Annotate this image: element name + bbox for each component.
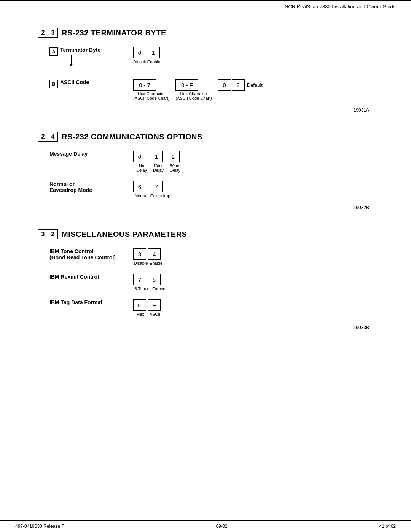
delay-boxes: 0 1 2 (133, 151, 183, 162)
tag-sub-labels: Hex ASCII (133, 312, 162, 316)
page-footer: 497-0419630 Release F 09/02 41 of 62 (0, 520, 411, 532)
sub-disable: Disable (133, 59, 147, 64)
section3-num1: 3 (38, 229, 48, 239)
sub-hex2a: Hex Character (175, 91, 212, 96)
page-header: NCR RealScan 7882 Installation and Owner… (0, 0, 411, 13)
param-label-tag: IBM Tag Data Format (49, 299, 133, 305)
arrow-line (71, 55, 72, 64)
section-terminator-byte: 2 3 RS-232 Terminator Byte A Terminator … (38, 28, 373, 113)
boxes-a: 0 1 (133, 47, 161, 58)
row-ascii-code: B ASCII Code 0 - 7 Hex Character (ASCII … (49, 79, 373, 101)
sub-labels-a: Disable Enable (133, 59, 161, 64)
sub-ascii: ASCII (148, 312, 162, 316)
tone-box-3: 3 (133, 248, 146, 260)
tone-sub-labels: Disable Enable (133, 261, 164, 265)
sub-hex: Hex (133, 312, 148, 316)
sub-enable: Enable (147, 59, 161, 64)
footer-left: 497-0419630 Release F (15, 524, 64, 529)
arrow-down-a (69, 55, 73, 66)
sub-no-delay: No Delay (133, 163, 150, 173)
section2-title-row: 2 4 RS-232 Communications Options (38, 132, 373, 142)
eavesdrop-box-6: 6 (133, 181, 146, 192)
delay-sub-labels: No Delay 10ms Delay 50ms Delay (133, 163, 183, 173)
box-b-default1: 0 (218, 79, 231, 91)
row-message-delay: Message Delay 0 1 2 No Delay 10ms Delay … (49, 151, 373, 173)
row-tag-format: IBM Tag Data Format E F Hex ASCII (49, 299, 373, 316)
eavesdrop-sub-labels: Normal Eavesdrop (133, 193, 170, 198)
section2-heading: RS-232 Communications Options (62, 133, 202, 141)
section2-num1: 2 (38, 132, 48, 142)
section1-num2: 3 (48, 28, 58, 38)
section2-figure: 19032B (38, 205, 373, 210)
eavesdrop-boxes: 6 7 (133, 181, 170, 192)
sub-enable-tone: Enable (148, 261, 164, 265)
section1-heading: RS-232 Terminator Byte (62, 29, 166, 37)
box-a-0: 0 (133, 47, 146, 58)
terminator-byte-label: Terminator Byte (60, 47, 100, 53)
box-b-wide2: 0 - F (175, 79, 198, 91)
box-a-1: 1 (147, 47, 160, 58)
tone-box-4: 4 (148, 248, 161, 260)
sub-hex1a: Hex Character (133, 91, 169, 96)
default-label: Default (247, 82, 263, 88)
sub-forever: Forever (151, 286, 168, 291)
param-label-eavesdrop: Normal or Eavesdrop Mode (49, 181, 133, 193)
label-box-b: B (49, 80, 58, 88)
good-read-label: (Good Read Tone Control) (49, 254, 116, 260)
row-eavesdrop: Normal or Eavesdrop Mode 6 7 Normal Eave… (49, 181, 373, 198)
footer-right: 41 of 62 (379, 524, 396, 529)
default-group: 0 3 Default (218, 79, 263, 91)
ascii-code-label: ASCII Code (60, 79, 89, 85)
tone-group: 3 4 Disable Enable (133, 248, 164, 265)
section1-figure: 19031A (38, 107, 373, 113)
ascii-code-boxes: 0 - 7 Hex Character (ASCII Code Chart) 0… (133, 79, 263, 101)
param-label-delay: Message Delay (49, 151, 133, 157)
code-group-a: 0 1 Disable Enable (133, 47, 161, 64)
param-label-b: B ASCII Code (49, 79, 133, 88)
label-box-a: A (49, 47, 58, 56)
eavesdrop-mode-label: Eavesdrop Mode (49, 187, 92, 193)
sub-3times: 3 Times (133, 286, 151, 291)
ibm-tone-label: IBM Tone Control (49, 248, 94, 254)
section3-figure: 19033B (38, 325, 373, 330)
sub-eavesdrop: Eavesdrop (150, 193, 170, 198)
eavesdrop-box-7: 7 (150, 181, 163, 192)
delay-box-1: 1 (150, 151, 163, 162)
delay-group: 0 1 2 No Delay 10ms Delay 50ms Delay (133, 151, 183, 173)
sub-hex1b: (ASCII Code Chart) (133, 96, 169, 101)
message-delay-label: Message Delay (49, 151, 88, 157)
normal-or-label: Normal or (49, 181, 75, 187)
tone-boxes: 3 4 (133, 248, 164, 260)
tag-group: E F Hex ASCII (133, 299, 162, 316)
box-b-wide1: 0 - 7 (133, 79, 156, 91)
eavesdrop-group: 6 7 Normal Eavesdrop (133, 181, 170, 198)
section-miscellaneous: 3 2 Miscellaneous Parameters IBM Tone Co… (38, 229, 373, 330)
section1-title-row: 2 3 RS-232 Terminator Byte (38, 28, 373, 38)
section2-num2: 4 (48, 132, 58, 142)
rexmit-box-8: 8 (148, 274, 161, 285)
section3-num2: 2 (48, 229, 58, 239)
header-text: NCR RealScan 7882 Installation and Owner… (285, 4, 396, 10)
row-tone-control: IBM Tone Control (Good Read Tone Control… (49, 248, 373, 265)
ascii-group1: 0 - 7 Hex Character (ASCII Code Chart) (133, 79, 169, 101)
param-label-tone: IBM Tone Control (Good Read Tone Control… (49, 248, 133, 260)
rexmit-group: 7 8 3 Times Forever (133, 274, 168, 291)
box-b-default2: 3 (232, 79, 245, 91)
rexmit-sub-labels: 3 Times Forever (133, 286, 168, 291)
tag-boxes: E F (133, 299, 162, 311)
ibm-tag-label: IBM Tag Data Format (49, 299, 102, 305)
main-content: 2 3 RS-232 Terminator Byte A Terminator … (0, 13, 411, 380)
sub-10ms: 10ms Delay (150, 163, 167, 173)
param-label-rexmit: IBM Rexmit Control (49, 274, 133, 280)
row-rexmit: IBM Rexmit Control 7 8 3 Times Forever (49, 274, 373, 291)
arrow-head (69, 64, 73, 66)
tag-box-f: F (148, 299, 161, 311)
sub-hex2b: (ASCII Code Chart) (175, 96, 212, 101)
delay-box-0: 0 (133, 151, 146, 162)
section-comms-options: 2 4 RS-232 Communications Options Messag… (38, 132, 373, 210)
section1-num1: 2 (38, 28, 48, 38)
section3-heading: Miscellaneous Parameters (62, 230, 187, 239)
row-terminator-byte: A Terminator Byte 0 1 Disable Enable (49, 47, 373, 64)
section3-title-row: 3 2 Miscellaneous Parameters (38, 229, 373, 239)
footer-center: 09/02 (216, 524, 228, 529)
